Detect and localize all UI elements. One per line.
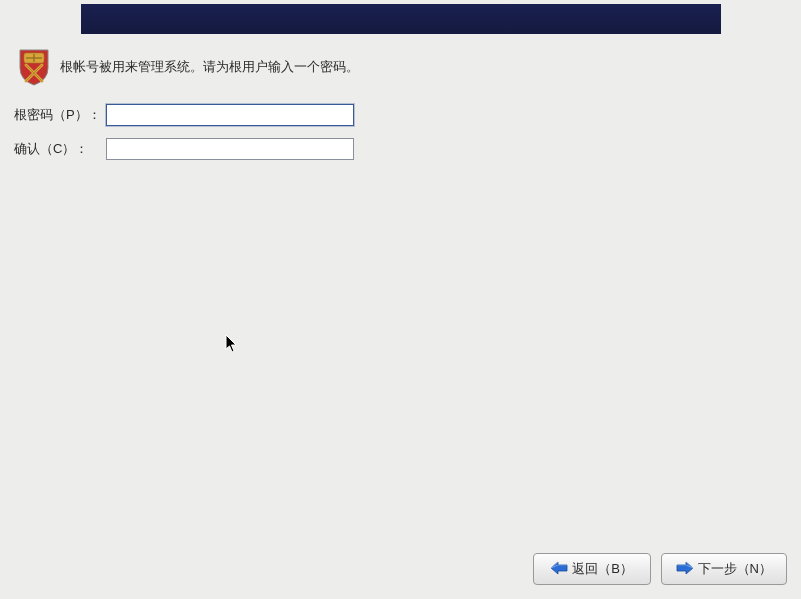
description-row: 根帐号被用来管理系统。请为根用户输入一个密码。 bbox=[18, 48, 359, 86]
root-password-form: 根密码（P）： 确认（C）： bbox=[14, 104, 354, 172]
back-button-label: 返回（B） bbox=[572, 560, 633, 578]
next-button-label: 下一步（N） bbox=[698, 560, 772, 578]
back-button[interactable]: 返回（B） bbox=[533, 553, 651, 585]
arrow-right-icon bbox=[676, 561, 694, 578]
description-text: 根帐号被用来管理系统。请为根用户输入一个密码。 bbox=[60, 57, 359, 77]
next-button[interactable]: 下一步（N） bbox=[661, 553, 787, 585]
shield-icon bbox=[18, 48, 50, 86]
button-bar: 返回（B） 下一步（N） bbox=[533, 553, 787, 585]
password-row: 根密码（P）： bbox=[14, 104, 354, 126]
mouse-cursor-icon bbox=[225, 334, 239, 357]
password-label: 根密码（P）： bbox=[14, 106, 106, 124]
confirm-label: 确认（C）： bbox=[14, 140, 106, 158]
root-password-input[interactable] bbox=[106, 104, 354, 126]
confirm-row: 确认（C）： bbox=[14, 138, 354, 160]
confirm-password-input[interactable] bbox=[106, 138, 354, 160]
header-bar bbox=[81, 4, 721, 34]
arrow-left-icon bbox=[550, 561, 568, 578]
